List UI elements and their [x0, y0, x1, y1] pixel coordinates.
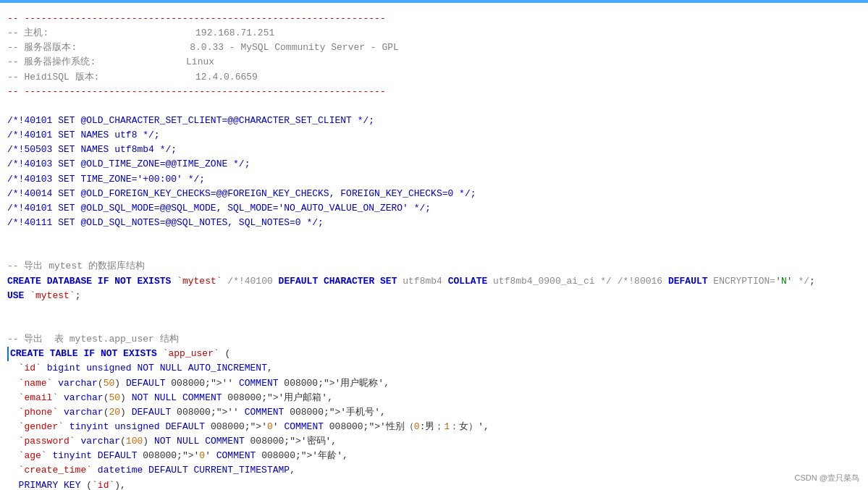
code-line: -- 导出 表 mytest.app_user 结构	[7, 332, 861, 347]
code-line: -- -------------------------------------…	[7, 12, 861, 26]
code-line: `email` varchar(50) NOT NULL COMMENT 008…	[7, 391, 861, 405]
code-line	[7, 99, 861, 114]
code-line	[7, 245, 861, 259]
code-line: -- 主机: 192.168.71.251	[7, 26, 861, 41]
code-line: `gender` tinyint unsigned DEFAULT 008000…	[7, 420, 861, 434]
code-line: CREATE DATABASE IF NOT EXISTS `mytest` /…	[7, 274, 861, 289]
code-container[interactable]: -- -------------------------------------…	[0, 6, 868, 490]
code-line: /*!50503 SET NAMES utf8mb4 */;	[7, 143, 861, 157]
code-line: /*!40103 SET TIME_ZONE='+00:00' */;	[7, 172, 861, 187]
code-line: /*!40101 SET NAMES utf8 */;	[7, 128, 861, 143]
code-line: -- 导出 mytest 的数据库结构	[7, 259, 861, 274]
code-line: -- 服务器版本: 8.0.33 - MySQL Community Serve…	[7, 41, 861, 55]
code-line: /*!40103 SET @OLD_TIME_ZONE=@@TIME_ZONE …	[7, 157, 861, 172]
code-line: -- 服务器操作系统: Linux	[7, 55, 861, 69]
code-line: `age` tinyint DEFAULT 008000;">'0' COMME…	[7, 449, 861, 463]
code-line: PRIMARY KEY (`id`),	[7, 478, 861, 491]
code-line: -- -------------------------------------…	[7, 85, 861, 99]
code-line: /*!40101 SET @OLD_SQL_MODE=@@SQL_MODE, S…	[7, 201, 861, 216]
code-line: /*!40111 SET @OLD_SQL_NOTES=@@SQL_NOTES,…	[7, 216, 861, 230]
code-line	[7, 303, 861, 318]
code-block: -- -------------------------------------…	[7, 12, 861, 490]
code-line: `id` bigint unsigned NOT NULL AUTO_INCRE…	[7, 361, 861, 376]
code-line: `create_time` datetime DEFAULT CURRENT_T…	[7, 463, 861, 478]
code-line	[7, 230, 861, 245]
code-line: `password` varchar(100) NOT NULL COMMENT…	[7, 434, 861, 449]
code-line: `phone` varchar(20) DEFAULT 008000;">'' …	[7, 405, 861, 420]
code-line: -- HeidiSQL 版本: 12.4.0.6659	[7, 70, 861, 85]
code-line	[7, 318, 861, 332]
code-line: `name` varchar(50) DEFAULT 008000;">'' C…	[7, 376, 861, 391]
top-bar	[0, 0, 868, 3]
code-line: CREATE TABLE IF NOT EXISTS `app_user` (	[7, 347, 861, 361]
code-line: USE `mytest`;	[7, 289, 861, 303]
code-line: /*!40014 SET @OLD_FOREIGN_KEY_CHECKS=@@F…	[7, 187, 861, 201]
code-line: /*!40101 SET @OLD_CHARACTER_SET_CLIENT=@…	[7, 114, 861, 128]
watermark: CSDN @壹只菜鸟	[795, 472, 859, 484]
